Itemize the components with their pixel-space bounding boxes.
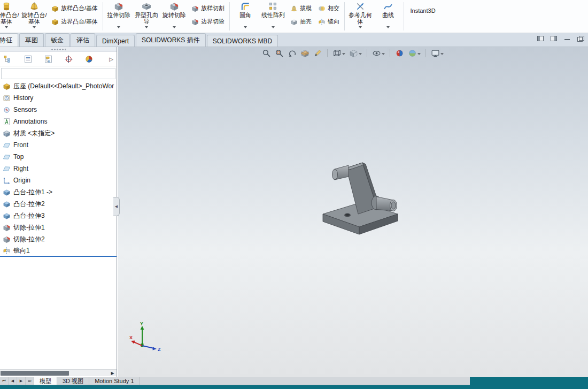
tree-item-top-plane[interactable]: Top: [0, 151, 117, 163]
dropdown-arrow-icon: [145, 26, 148, 30]
extruded-boss-button[interactable]: 拉伸凸台/基体: [0, 0, 20, 33]
tree-item-label: Top: [13, 153, 24, 161]
instant3d-button[interactable]: Instant3D: [406, 0, 440, 33]
display-style-icon: [349, 49, 358, 58]
last-tab-icon[interactable]: ⏭: [26, 377, 34, 385]
tree-item-label: Annotations: [13, 118, 47, 125]
tree-item-cut-extrude1[interactable]: 切除-拉伸1: [0, 222, 117, 233]
property-manager-icon[interactable]: [24, 55, 33, 64]
view-settings-button[interactable]: [431, 49, 444, 58]
zoom-fit-button[interactable]: [262, 49, 271, 58]
lofted-boss-button[interactable]: 放样凸台/基体: [48, 4, 101, 13]
restore-icon[interactable]: [577, 36, 584, 41]
ribbon-separator: [404, 2, 404, 30]
manager-tabs-overflow-chevron-icon[interactable]: ▷: [109, 56, 113, 62]
hud-separator: [327, 49, 328, 57]
extrude-boss-icon: [2, 1, 11, 12]
boundary-boss-button[interactable]: 边界凸台/基体: [48, 17, 101, 26]
pane-left-icon[interactable]: [537, 36, 544, 41]
model-part[interactable]: [320, 154, 411, 242]
tree-item-front-plane[interactable]: Front: [0, 139, 117, 151]
hide-show-items-button[interactable]: [372, 49, 385, 58]
prev-tab-icon[interactable]: ◀: [9, 377, 17, 385]
tree-item-history[interactable]: History: [0, 92, 117, 104]
zoom-area-button[interactable]: [275, 49, 284, 58]
edit-appearance-button[interactable]: [395, 49, 404, 58]
fillet-button[interactable]: 圆角: [231, 0, 259, 33]
shell-button[interactable]: 抽壳: [287, 17, 315, 26]
scrollbar-thumb[interactable]: [1, 371, 69, 376]
configuration-manager-icon[interactable]: [44, 55, 53, 64]
intersect-mirror-stack: 相交 镜向: [315, 0, 343, 33]
dropdown-arrow-icon: [117, 26, 120, 30]
tree-item-annotations[interactable]: Annotations: [0, 116, 117, 127]
tab-3d-views[interactable]: 3D 视图: [57, 377, 89, 385]
lofted-cut-button[interactable]: 放样切割: [188, 4, 228, 13]
previous-view-icon: [288, 49, 297, 58]
apply-scene-button[interactable]: [408, 49, 421, 58]
tree-item-mirror1[interactable]: 镜向1: [0, 245, 117, 257]
ribbon-button-label: 线性阵列: [260, 12, 287, 25]
scroll-right-icon[interactable]: ▶: [109, 370, 117, 377]
minimize-icon[interactable]: [564, 36, 570, 41]
ribbon-button-label: 参考几何体: [347, 12, 374, 25]
tree-item-sensors[interactable]: Sensors: [0, 104, 117, 116]
boundary-cut-button[interactable]: 边界切除: [188, 17, 228, 26]
tree-item-origin[interactable]: Origin: [0, 174, 117, 186]
panel-horizontal-scrollbar[interactable]: ▶: [0, 369, 117, 376]
intersect-button[interactable]: 相交: [315, 4, 343, 13]
display-style-button[interactable]: [349, 49, 362, 58]
section-view-button[interactable]: [300, 49, 310, 58]
feature-manager-icon[interactable]: [3, 55, 12, 64]
dropdown-arrow-icon: [272, 26, 275, 30]
revolved-cut-button[interactable]: 旋转切除: [160, 0, 188, 33]
ribbon-button-label: 放样切割: [201, 4, 225, 12]
tab-sheet-metal[interactable]: 钣金: [45, 33, 69, 47]
tree-item-label: 切除-拉伸2: [13, 235, 45, 244]
hide-show-items-icon: [372, 49, 381, 58]
view-orientation-button[interactable]: [332, 49, 345, 58]
dimxpert-manager-icon[interactable]: [64, 55, 73, 64]
panel-collapse-tab[interactable]: ◀: [113, 197, 120, 216]
tree-root-item[interactable]: 压座 (Default<<Default>_PhotoWor: [0, 80, 117, 92]
ribbon-button-label: Instant3D: [406, 7, 439, 15]
graphics-viewport[interactable]: Y X Z: [118, 47, 588, 377]
tree-item-boss-extrude1[interactable]: 凸台-拉伸1 ->: [0, 186, 117, 198]
tree-filter-box[interactable]: [1, 68, 115, 79]
next-tab-icon[interactable]: ▶: [17, 377, 26, 385]
draft-button[interactable]: 拔模: [287, 4, 315, 13]
dropdown-arrow-icon: [5, 26, 8, 30]
hole-wizard-button[interactable]: 异型孔向导: [133, 0, 160, 33]
tree-item-cut-extrude2[interactable]: 切除-拉伸2: [0, 233, 117, 245]
tree-item-boss-extrude2[interactable]: 凸台-拉伸2: [0, 198, 117, 210]
tab-solidworks-mbd[interactable]: SOLIDWORKS MBD: [207, 35, 278, 47]
tree-item-boss-extrude3[interactable]: 凸台-拉伸3: [0, 210, 117, 222]
dropdown-arrow-icon: [173, 26, 176, 30]
extruded-cut-button[interactable]: 拉伸切除: [105, 0, 133, 33]
tab-model[interactable]: 模型: [34, 377, 57, 385]
annotation-button[interactable]: [313, 49, 322, 58]
hole-wizard-icon: [142, 1, 151, 12]
tab-sketch[interactable]: 草图: [19, 33, 44, 47]
tab-features[interactable]: 特征: [0, 33, 18, 47]
panel-grip[interactable]: [0, 47, 117, 52]
tab-solidworks-addins[interactable]: SOLIDWORKS 插件: [136, 33, 206, 47]
tab-dimxpert[interactable]: DimXpert: [96, 35, 135, 47]
history-icon: [3, 94, 11, 102]
tab-evaluate[interactable]: 评估: [71, 33, 95, 47]
first-tab-icon[interactable]: ⏮: [0, 377, 9, 385]
previous-view-button[interactable]: [288, 49, 297, 58]
display-manager-icon[interactable]: [84, 55, 94, 64]
tree-item-label: 切除-拉伸1: [13, 223, 45, 232]
material-icon: [3, 129, 11, 138]
tree-item-material[interactable]: 材质 <未指定>: [0, 127, 117, 139]
curves-button[interactable]: 曲线: [374, 0, 402, 33]
tree-item-right-plane[interactable]: Right: [0, 163, 117, 174]
tab-motion-study-1[interactable]: Motion Study 1: [89, 377, 140, 385]
reference-geometry-button[interactable]: 参考几何体: [346, 0, 374, 33]
pane-right-icon[interactable]: [551, 36, 557, 41]
tree-item-label: 压座 (Default<<Default>_PhotoWor: [13, 82, 114, 91]
mirror-button[interactable]: 镜向: [315, 17, 343, 26]
revolved-boss-button[interactable]: 旋转凸台/基体: [20, 0, 48, 33]
linear-pattern-button[interactable]: 线性阵列: [259, 0, 287, 33]
